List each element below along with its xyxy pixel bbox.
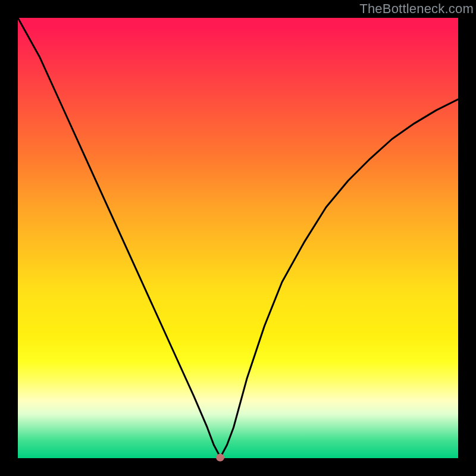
watermark-text: TheBottleneck.com [359,1,474,17]
curve-path [18,18,458,458]
optimal-point-marker [216,453,224,461]
bottleneck-curve [18,18,458,458]
chart-frame [18,18,458,458]
